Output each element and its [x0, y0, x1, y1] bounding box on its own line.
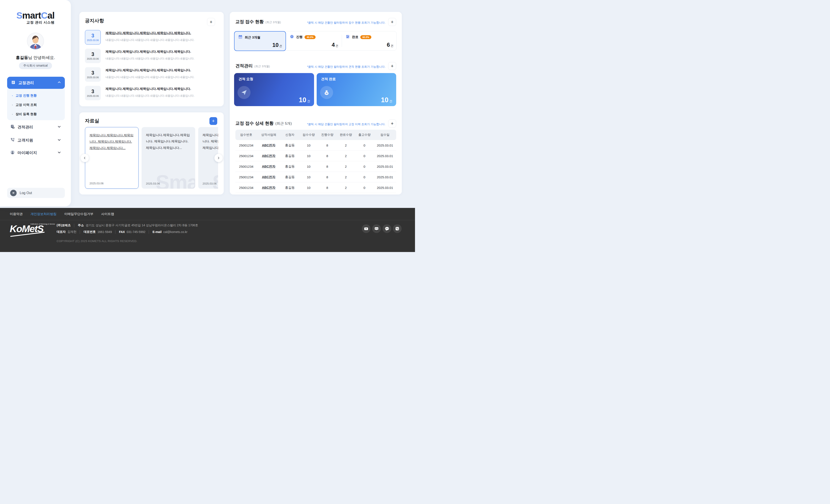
- notice-item[interactable]: 3 2025.03.06 제목입니다.제목입니다.제목입니다.제목입니다.제목입…: [85, 67, 216, 82]
- kakao-talk-icon[interactable]: TALK: [383, 224, 391, 233]
- footer-email-link[interactable]: cal@komets.co.kr: [163, 230, 187, 233]
- reception-stats: 최근 3개월 10 건: [234, 31, 396, 51]
- sidebar-item-mypage[interactable]: 마이페이지: [7, 148, 65, 158]
- resources-title: 자료실: [85, 118, 99, 124]
- notice-item[interactable]: 3 2025.03.06 제목입니다.제목입니다.제목입니다.제목입니다.제목입…: [85, 86, 216, 101]
- detail-header: 교정 접수 상세 현황 (최근 5개): [235, 120, 292, 126]
- logout-button[interactable]: Log Out: [7, 188, 65, 198]
- reception-more-button[interactable]: +: [388, 18, 396, 26]
- notice-date-box: 3 2025.03.06: [85, 49, 101, 63]
- sidebar: SmartCal 교정 관리 시스템 홍길동님 안녕하세요. 주식회사 smar…: [0, 0, 71, 207]
- certificate-company-link[interactable]: ABC전자: [257, 154, 280, 158]
- footer-link-sitemap[interactable]: 사이트맵: [101, 212, 114, 216]
- table-header: 접수번호 성적서업체 신청자 접수수량 진행수량 완료수량 출고수량 접수일: [235, 130, 396, 140]
- chevron-up-icon: [58, 81, 61, 85]
- notice-item[interactable]: 3 2025.03.06 제목입니다.제목입니다.제목입니다.제목입니다.제목입…: [85, 30, 216, 45]
- stat-card-completed[interactable]: 완료 60.0% 6 건: [342, 31, 397, 50]
- logout-label: Log Out: [20, 191, 32, 195]
- notice-title[interactable]: 제목입니다.제목입니다.제목입니다.제목입니다.제목입니다.: [105, 68, 195, 72]
- naver-store-icon[interactable]: N: [393, 224, 402, 233]
- naver-blog-icon[interactable]: blog: [372, 224, 381, 233]
- stat-card-recent-3-months[interactable]: 최근 3개월 10 건: [234, 31, 286, 51]
- paper-plane-icon: [237, 86, 251, 99]
- status-panel: 교정 접수 현황 (최근 3개월) *클릭 시 해당 건들만 필터링하여 접수 …: [230, 12, 402, 194]
- notice-date-box: 3 2025.03.06: [85, 30, 101, 44]
- footer-link-no-email[interactable]: 이메일무단수집거부: [64, 212, 93, 216]
- money-bag-icon: ₩: [320, 86, 333, 99]
- social-links: blog TALK N: [362, 224, 402, 233]
- stat-card-in-progress[interactable]: 진행 40.0% 4 건: [286, 31, 342, 50]
- smartcal-dashboard: { "ui": { "plus": "+" }, "colors": { "ac…: [0, 0, 415, 252]
- notice-date-box: 3 2025.03.06: [85, 86, 101, 100]
- logo-letter: S: [17, 10, 22, 21]
- submenu-item-equipment-registration[interactable]: · 장비 등록 현황: [12, 111, 63, 118]
- reception-title: 교정 접수 현황: [235, 19, 264, 25]
- quotes-header: 견적관리 (최근 3개월): [235, 63, 270, 69]
- stat-value: 10: [273, 42, 279, 49]
- resource-card[interactable]: 제목입니다.제목입니다.제목입니다. 제목입니다.제목입니다.제목입니다.제목입…: [85, 127, 138, 189]
- footer-link-privacy[interactable]: 개인정보처리방침: [30, 212, 56, 216]
- notice-content: 내용입니다.내용입니다.내용입니다.내용입니다.내용입니다.내용입니다.: [105, 38, 195, 42]
- submenu-item-calibration-progress[interactable]: · 교정 진행 현황: [12, 92, 63, 99]
- notices-title: 공지사항: [85, 18, 104, 24]
- app-subtitle: 교정 관리 시스템: [17, 21, 55, 24]
- stat-value: 4: [332, 41, 335, 48]
- table-row[interactable]: 25001234 ABC전자 홍길동 10 8 2 0 2025.03.01: [235, 140, 396, 151]
- svg-text:₩: ₩: [326, 92, 328, 94]
- detail-more-button[interactable]: +: [388, 120, 396, 127]
- chevron-down-icon: [58, 151, 61, 155]
- quotes-more-button[interactable]: +: [388, 62, 396, 70]
- notice-title[interactable]: 제목입니다.제목입니다.제목입니다.제목입니다.제목입니다.: [105, 87, 195, 91]
- sidebar-item-calibration[interactable]: 교정관리: [7, 77, 65, 89]
- divider: │: [73, 224, 75, 227]
- sidebar-item-support[interactable]: 고객지원: [7, 135, 65, 146]
- table-row[interactable]: 25001234 ABC전자 홍길동 10 8 2 0 2025.03.01: [235, 161, 396, 172]
- certificate-company-link[interactable]: ABC전자: [257, 175, 280, 179]
- submenu-item-calibration-history[interactable]: · 교정 이력 조회: [12, 101, 63, 108]
- notices-more-button[interactable]: +: [207, 18, 215, 26]
- footer-company-address: (주)코메츠 │ 주소 경기도 성남시 중원구 사기막골로 45번길 14 성남…: [57, 223, 198, 227]
- table-row[interactable]: 25001234 ABC전자 홍길동 10 8 2 0 2025.03.01: [235, 182, 396, 193]
- table-row[interactable]: 25001234 ABC전자 홍길동 10 8 2 0 2025.03.01: [235, 172, 396, 182]
- quote-complete-card[interactable]: 견적 완료 ₩ 10 건: [317, 73, 396, 106]
- clipboard-icon: [11, 80, 15, 86]
- table-row[interactable]: 25001234 ABC전자 홍길동 10 8 2 0 2025.03.01: [235, 151, 396, 161]
- resource-card[interactable]: 제목입니다.제목입니다.제목입니다. 제목입니다.제목입니다.제목입니다.제목입…: [141, 127, 195, 189]
- greeting: 홍길동님 안녕하세요.: [0, 55, 71, 61]
- carousel-next-button[interactable]: [215, 154, 223, 162]
- logout-arrow-icon: [10, 190, 17, 196]
- bullet-icon: ·: [12, 113, 13, 116]
- reception-header: 교정 접수 현황 (최근 3개월): [235, 19, 281, 25]
- notice-title[interactable]: 제목입니다.제목입니다.제목입니다.제목입니다.제목입니다.: [105, 50, 195, 54]
- svg-text:blog: blog: [375, 228, 378, 229]
- quote-request-card[interactable]: 견적 요청 10 건: [234, 73, 314, 106]
- komets-tagline: Kalibrators of Metrology & Service: [30, 223, 55, 225]
- certificate-company-link[interactable]: ABC전자: [257, 164, 280, 168]
- divider: │: [148, 230, 150, 233]
- footer-contact-info: 대표자 김재헌 │ 대표번호 1661-5949 │ FAX 031-745-5…: [57, 230, 187, 234]
- notice-item[interactable]: 3 2025.03.06 제목입니다.제목입니다.제목입니다.제목입니다.제목입…: [85, 49, 216, 64]
- divider: │: [115, 230, 117, 233]
- detail-note: *클릭 시 해당 건들만 필터링하여 교정 이력 조회가 가능합니다.: [307, 122, 385, 126]
- notice-content: 내용입니다.내용입니다.내용입니다.내용입니다.내용입니다.내용입니다.: [105, 94, 195, 98]
- reception-note: *클릭 시 해당 건들만 필터링하여 접수 현황 조회가 가능합니다.: [307, 21, 385, 25]
- footer-link-terms[interactable]: 이용약관: [10, 212, 23, 216]
- certificate-company-link[interactable]: ABC전자: [257, 186, 280, 190]
- certificate-company-link[interactable]: ABC전자: [257, 143, 280, 148]
- svg-text:₩: ₩: [13, 127, 14, 128]
- notice-title[interactable]: 제목입니다.제목입니다.제목입니다.제목입니다.제목입니다.: [105, 31, 195, 35]
- gear-icon: [290, 34, 294, 40]
- youtube-icon[interactable]: [362, 224, 371, 233]
- notices-panel: 공지사항 + 3 2025.03.06 제목입니다.제목입니다.제목입니다.제목…: [79, 12, 224, 106]
- quotes-note: *클릭 시 해당 건들만 필터링하여 견적 현황 조회가 가능합니다.: [307, 65, 385, 69]
- watermark: Sma: [156, 170, 195, 189]
- resources-more-button[interactable]: +: [210, 117, 217, 125]
- watermark: Sma: [212, 170, 218, 189]
- detail-title: 교정 접수 상세 현황: [235, 120, 274, 126]
- table-body: 25001234 ABC전자 홍길동 10 8 2 0 2025.03.01 2…: [235, 140, 396, 193]
- carousel-prev-button[interactable]: [81, 154, 89, 162]
- copyright: COPYRIGHT (C) 2025 KOMETS ALL RIGHTS RES…: [57, 240, 137, 243]
- sidebar-item-quotes[interactable]: ₩ 견적관리: [7, 122, 65, 132]
- app-logo: SmartCal 교정 관리 시스템: [0, 11, 71, 24]
- calendar-icon: [238, 35, 243, 40]
